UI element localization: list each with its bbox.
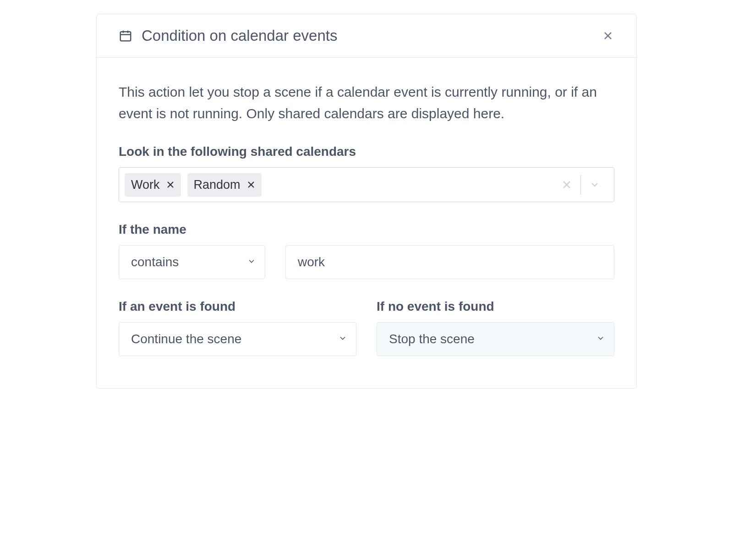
dropdown-toggle[interactable] <box>581 179 608 190</box>
result-row: If an event is found Continue the scene … <box>119 299 614 356</box>
tags-container: Work Random <box>125 173 553 197</box>
card-title: Condition on calendar events <box>142 27 337 44</box>
tag-label: Random <box>194 178 241 192</box>
event-found-col: If an event is found Continue the scene <box>119 299 356 356</box>
event-not-found-select[interactable]: Stop the scene <box>377 322 614 356</box>
card-body: This action let you stop a scene if a ca… <box>97 58 636 388</box>
event-found-wrapper: Continue the scene <box>119 322 356 356</box>
multiselect-actions <box>553 175 608 195</box>
calendar-tag: Work <box>125 173 181 197</box>
calendar-icon <box>119 29 132 43</box>
event-not-found-col: If no event is found Stop the scene <box>377 299 614 356</box>
card-header: Condition on calendar events <box>97 14 636 58</box>
event-not-found-label: If no event is found <box>377 299 614 314</box>
svg-rect-0 <box>120 32 131 41</box>
calendar-tag: Random <box>187 173 262 197</box>
event-found-label: If an event is found <box>119 299 356 314</box>
name-operator-wrapper: contains <box>119 245 265 279</box>
name-filter-row: contains <box>119 245 614 279</box>
event-found-select[interactable]: Continue the scene <box>119 322 356 356</box>
close-button[interactable] <box>602 29 614 42</box>
calendars-multiselect[interactable]: Work Random <box>119 167 614 202</box>
description-text: This action let you stop a scene if a ca… <box>119 82 614 124</box>
event-not-found-wrapper: Stop the scene <box>377 322 614 356</box>
calendars-label: Look in the following shared calendars <box>119 144 614 159</box>
name-value-input[interactable] <box>285 245 614 279</box>
tag-label: Work <box>131 178 160 192</box>
tag-remove-button[interactable] <box>247 181 255 189</box>
name-operator-select[interactable]: contains <box>119 245 265 279</box>
condition-card: Condition on calendar events This action… <box>96 14 637 389</box>
name-filter-label: If the name <box>119 222 614 237</box>
tag-remove-button[interactable] <box>166 181 175 189</box>
clear-all-button[interactable] <box>553 179 580 190</box>
header-left: Condition on calendar events <box>119 27 337 44</box>
